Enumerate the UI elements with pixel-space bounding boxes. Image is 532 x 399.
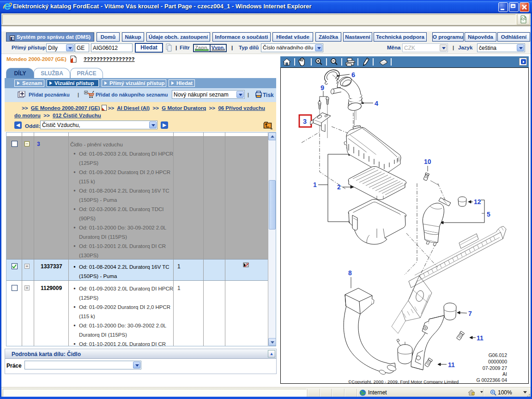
svg-text:G06.012: G06.012 <box>489 352 507 358</box>
svg-text:4: 4 <box>375 100 378 107</box>
svg-text:5: 5 <box>487 211 490 218</box>
svg-text:3: 3 <box>303 118 307 125</box>
svg-text:11: 11 <box>477 334 484 342</box>
svg-text:12: 12 <box>474 198 481 206</box>
svg-text:2: 2 <box>337 183 341 191</box>
svg-text:11: 11 <box>448 361 455 369</box>
svg-text:9: 9 <box>320 84 324 91</box>
svg-text:©Copyright, 2000 - 2009, Ford: ©Copyright, 2000 - 2009, Ford Motor Comp… <box>348 379 459 383</box>
svg-text:AI: AI <box>502 371 507 377</box>
svg-text:0000000: 0000000 <box>488 359 507 364</box>
svg-text:1: 1 <box>313 181 317 188</box>
svg-text:7: 7 <box>468 310 472 317</box>
svg-text:6: 6 <box>351 71 355 79</box>
svg-text:10: 10 <box>424 158 431 165</box>
svg-text:G 0022366 04: G 0022366 04 <box>476 377 507 383</box>
svg-text:8: 8 <box>348 269 352 277</box>
svg-text:07-2009 27: 07-2009 27 <box>483 365 507 371</box>
